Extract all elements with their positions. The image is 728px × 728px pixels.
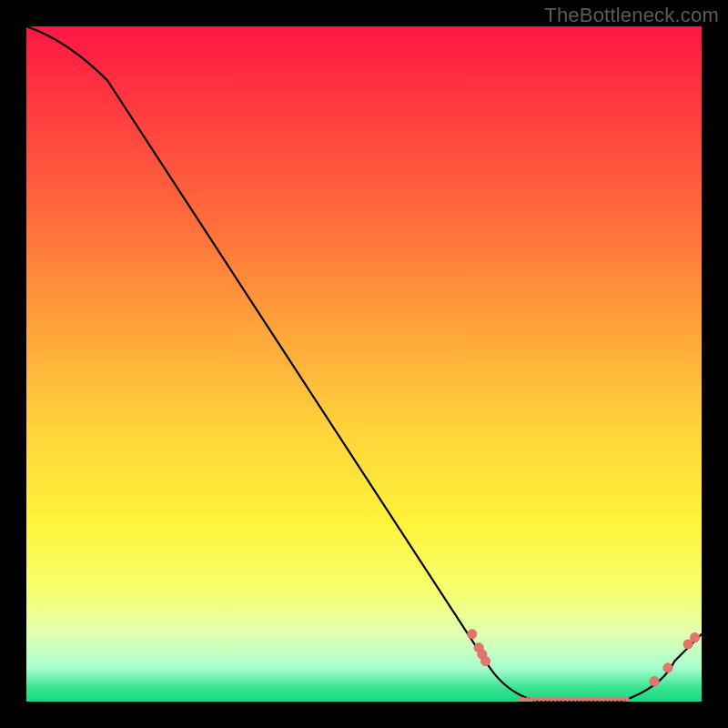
chart-svg — [26, 26, 702, 702]
data-marker-small — [581, 697, 586, 702]
data-marker-small — [517, 697, 521, 702]
data-marker-small — [613, 697, 618, 702]
data-markers-small — [517, 697, 630, 702]
data-marker-small — [553, 697, 558, 702]
data-marker — [683, 640, 693, 649]
data-marker-small — [565, 697, 570, 702]
data-marker-small — [557, 697, 561, 702]
data-markers-large — [468, 630, 700, 686]
data-marker-small — [545, 697, 550, 702]
data-marker-small — [585, 697, 590, 702]
data-marker-small — [593, 697, 598, 702]
data-marker-small — [617, 697, 622, 702]
chart-frame: TheBottleneck.com — [0, 0, 728, 728]
data-marker — [480, 656, 490, 665]
data-marker-small — [569, 697, 573, 702]
data-marker-small — [573, 697, 578, 702]
data-marker-small — [533, 697, 538, 702]
data-marker-small — [597, 697, 602, 702]
data-marker-small — [609, 697, 613, 702]
data-marker — [650, 677, 659, 686]
data-marker-small — [577, 697, 581, 702]
bottleneck-curve — [26, 26, 702, 702]
data-marker-small — [525, 697, 530, 702]
data-marker — [663, 663, 672, 672]
data-marker — [468, 630, 477, 639]
data-marker-small — [541, 697, 546, 702]
data-marker-small — [561, 697, 566, 702]
data-marker — [478, 650, 487, 659]
data-marker — [474, 642, 483, 652]
data-marker-small — [605, 697, 610, 702]
data-marker-small — [625, 697, 630, 702]
data-marker-small — [549, 697, 553, 702]
data-marker-small — [521, 697, 526, 702]
data-marker-small — [529, 697, 533, 702]
plot-area — [26, 26, 702, 702]
data-marker-small — [622, 697, 626, 702]
data-marker-small — [589, 697, 593, 702]
watermark-text: TheBottleneck.com — [544, 4, 719, 27]
data-marker-small — [537, 697, 541, 702]
data-marker — [690, 632, 699, 642]
data-marker-small — [602, 697, 606, 702]
